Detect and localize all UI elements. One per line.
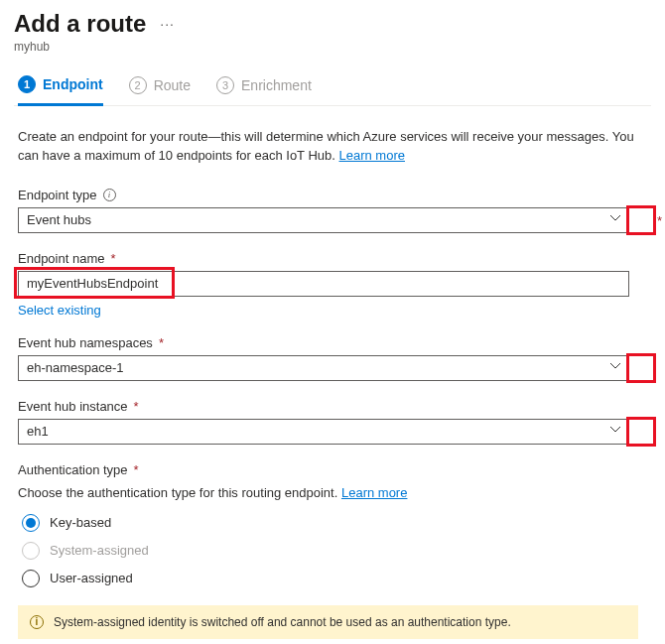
info-icon: i [30, 615, 44, 629]
required-asterisk: * [110, 251, 115, 266]
required-asterisk: * [159, 335, 164, 350]
required-asterisk: * [657, 213, 662, 228]
select-existing-link[interactable]: Select existing [18, 303, 101, 318]
field-endpoint-type: Endpoint type i Event hubs * [18, 188, 647, 233]
field-auth-type: Authentication type * Choose the authent… [18, 462, 647, 587]
label-endpoint-type: Endpoint type [18, 188, 97, 202]
tab-label: Route [154, 77, 191, 93]
label-instance: Event hub instance [18, 399, 128, 414]
tab-enrichment[interactable]: 3 Enrichment [216, 67, 312, 105]
label-auth-type: Authentication type [18, 462, 128, 477]
input-value: myEventHubsEndpoint [27, 276, 158, 291]
tab-badge-2: 2 [129, 76, 147, 94]
required-asterisk: * [134, 462, 139, 477]
tab-badge-3: 3 [216, 76, 234, 94]
radio-label: System-assigned [50, 543, 149, 558]
info-icon[interactable]: i [103, 189, 116, 201]
highlight-box [626, 205, 656, 235]
learn-more-link[interactable]: Learn more [339, 148, 405, 163]
tab-label: Endpoint [43, 76, 103, 92]
radio-label: User-assigned [50, 571, 133, 585]
field-namespaces: Event hub namespaces * eh-namespace-1 [18, 335, 647, 381]
select-value: eh-namespace-1 [27, 360, 124, 375]
info-banner: i System-assigned identity is switched o… [18, 605, 638, 639]
chevron-down-icon [610, 427, 620, 437]
auth-description: Choose the authentication type for this … [18, 485, 647, 500]
wizard-tabs: 1 Endpoint 2 Route 3 Enrichment [14, 67, 651, 106]
input-endpoint-name[interactable]: myEventHubsEndpoint [18, 271, 629, 297]
required-asterisk: * [134, 399, 139, 414]
resource-name: myhub [14, 40, 651, 54]
radio-user-assigned[interactable]: User-assigned [22, 570, 647, 587]
radio-label: Key-based [50, 515, 111, 530]
field-endpoint-name: Endpoint name * myEventHubsEndpoint Sele… [18, 251, 647, 318]
chevron-down-icon [610, 363, 620, 373]
label-namespaces: Event hub namespaces [18, 335, 153, 350]
select-instance[interactable]: eh1 [18, 419, 629, 445]
radio-system-assigned: System-assigned [22, 542, 647, 560]
more-icon[interactable]: ··· [160, 16, 175, 32]
highlight-box [626, 417, 656, 447]
tab-badge-1: 1 [18, 75, 36, 93]
tab-label: Enrichment [241, 77, 312, 93]
radio-icon [22, 514, 40, 532]
field-instance: Event hub instance * eh1 [18, 399, 647, 445]
tab-route[interactable]: 2 Route [129, 67, 191, 105]
radio-key-based[interactable]: Key-based [22, 514, 647, 532]
auth-learn-more-link[interactable]: Learn more [341, 485, 407, 500]
banner-text: System-assigned identity is switched off… [54, 615, 511, 629]
radio-icon [22, 570, 40, 587]
highlight-box [626, 353, 656, 383]
chevron-down-icon [610, 215, 620, 225]
select-namespaces[interactable]: eh-namespace-1 [18, 355, 629, 381]
select-value: Event hubs [27, 212, 91, 227]
label-endpoint-name: Endpoint name [18, 251, 104, 266]
intro-text: Create an endpoint for your route—this w… [18, 128, 647, 166]
tab-endpoint[interactable]: 1 Endpoint [18, 67, 103, 106]
select-endpoint-type[interactable]: Event hubs [18, 207, 629, 233]
select-value: eh1 [27, 424, 49, 439]
page-header: Add a route ··· myhub [14, 10, 651, 54]
content-area: Create an endpoint for your route—this w… [14, 106, 651, 639]
radio-icon [22, 542, 40, 560]
page-title: Add a route [14, 10, 146, 38]
